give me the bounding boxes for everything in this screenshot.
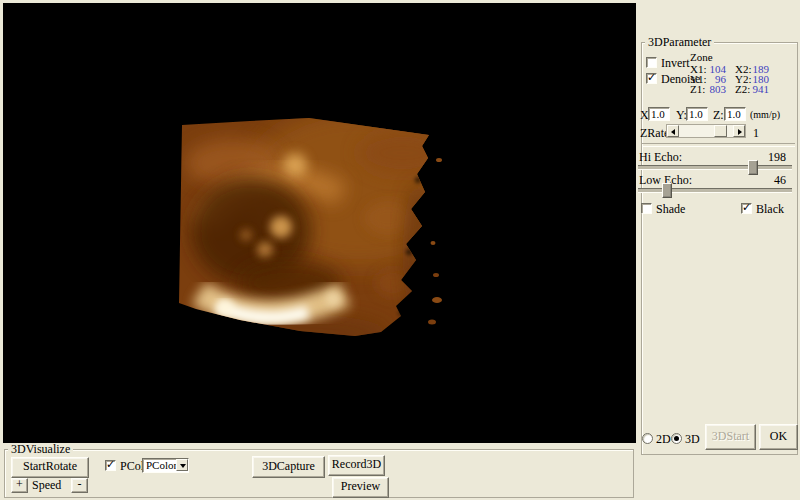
arrow-left-icon xyxy=(671,129,675,135)
pcolor-dropdown-value: PColor xyxy=(146,459,177,472)
zrate-value: 1 xyxy=(753,127,759,139)
speed-minus-button[interactable]: - xyxy=(71,478,88,493)
pcolor-checkbox[interactable] xyxy=(105,460,116,471)
hi-echo-label: Hi Echo: xyxy=(639,151,682,163)
speed-label: Speed xyxy=(32,479,61,491)
mode-3d-label: 3D xyxy=(685,433,700,445)
mode-2d-label: 2D xyxy=(656,433,671,445)
parameter-groupbox xyxy=(641,42,798,455)
low-echo-slider-thumb[interactable] xyxy=(662,183,672,198)
application-window: 3DParameter Invert Denoise Zone X1: 104 … xyxy=(0,0,800,500)
mode-2d-radio[interactable] xyxy=(642,433,653,444)
pcolor-dropdown-button[interactable] xyxy=(176,459,188,471)
shade-checkbox[interactable] xyxy=(641,203,652,214)
zrate-scroll-thumb[interactable] xyxy=(714,125,727,137)
invert-checkbox[interactable] xyxy=(646,57,657,68)
black-checkbox[interactable] xyxy=(741,203,752,214)
record3d-button[interactable]: Record3D xyxy=(328,455,385,476)
zrate-scroll-left-button[interactable] xyxy=(667,125,679,137)
zrate-scroll-right-button[interactable] xyxy=(733,125,745,137)
zone-label: Zone xyxy=(690,52,713,63)
zone-z1-value: 803 xyxy=(700,84,726,95)
mode-3d-radio[interactable] xyxy=(671,433,682,444)
scale-y-input[interactable] xyxy=(686,107,708,121)
zone-z2-value: 941 xyxy=(746,84,769,95)
shade-label: Shade xyxy=(656,203,685,215)
visualize-group-title: 3DVisualize xyxy=(8,443,73,455)
3dcapture-button[interactable]: 3DCapture xyxy=(252,456,325,478)
ultrasound-volume-image xyxy=(3,3,636,443)
preview-button[interactable]: Preview xyxy=(332,477,389,498)
pcolor-dropdown[interactable]: PColor xyxy=(142,458,189,473)
denoise-checkbox[interactable] xyxy=(646,73,657,84)
arrow-right-icon xyxy=(738,129,742,135)
render-viewport[interactable] xyxy=(3,3,636,443)
chevron-down-icon xyxy=(180,464,186,468)
parameter-group-title: 3DParameter xyxy=(645,36,714,48)
low-echo-value: 46 xyxy=(756,174,786,186)
start-rotate-button[interactable]: StartRotate xyxy=(11,457,89,478)
ok-button[interactable]: OK xyxy=(759,424,798,450)
3dstart-button[interactable]: 3DStart xyxy=(705,424,756,450)
separator-line xyxy=(642,143,795,147)
speed-plus-button[interactable]: + xyxy=(11,478,28,493)
invert-label: Invert xyxy=(661,57,690,69)
hi-echo-slider-track[interactable] xyxy=(638,165,792,169)
scale-z-input[interactable] xyxy=(724,107,746,121)
scale-unit-label: (mm/p) xyxy=(750,110,780,120)
scale-z-label: Z: xyxy=(713,109,724,121)
black-label: Black xyxy=(756,203,784,215)
hi-echo-slider-thumb[interactable] xyxy=(748,160,758,175)
scale-x-input[interactable] xyxy=(648,107,670,121)
zrate-label: ZRate xyxy=(640,127,669,139)
zrate-scrollbar[interactable] xyxy=(666,124,746,138)
hi-echo-value: 198 xyxy=(756,151,786,163)
